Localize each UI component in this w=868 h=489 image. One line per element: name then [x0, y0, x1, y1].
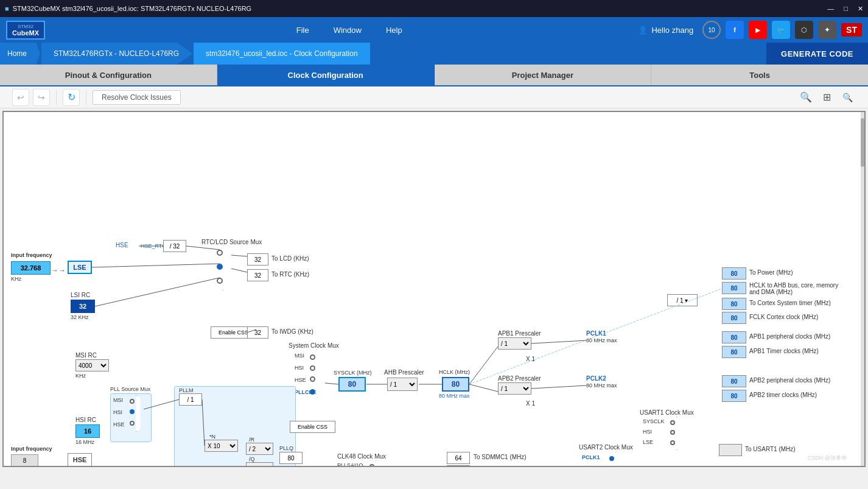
- plln-select[interactable]: X 10: [205, 440, 238, 452]
- cortex-val[interactable]: 80: [722, 298, 746, 310]
- to-rtc-val[interactable]: 32: [247, 269, 268, 281]
- cortex-div-box[interactable]: / 1 ▾: [667, 294, 698, 306]
- apb1-periph-val[interactable]: 80: [722, 331, 746, 343]
- tab-clock[interactable]: Clock Configuration: [217, 65, 435, 85]
- menu-bar: STM32 CubeMX File Window Help 👤 Hello zh…: [0, 17, 868, 43]
- pllq-label-small: /Q: [249, 456, 255, 462]
- to-lcd-label: To LCD (KHz): [271, 255, 309, 262]
- apb2-div-select[interactable]: / 1: [498, 382, 531, 395]
- clk48-r1[interactable]: [369, 464, 374, 466]
- usart1-r3[interactable]: [670, 440, 675, 445]
- title-text: STM32CubeMX stm32l476_ucosii_led.ioc: ST…: [13, 5, 252, 12]
- rtc-mux-radio-1[interactable]: [217, 250, 223, 256]
- zoom-out-button[interactable]: 🔍: [839, 89, 856, 106]
- usart2-sysclk: SYSCLK: [582, 465, 604, 466]
- user-info: 👤 Hello zhang: [638, 26, 693, 35]
- to-iwdg-val[interactable]: 32: [247, 326, 268, 339]
- zoom-in-button[interactable]: 🔍: [797, 89, 814, 106]
- github-icon[interactable]: ⬡: [795, 21, 813, 39]
- twitter-icon[interactable]: 🐦: [772, 21, 790, 39]
- to-lcd-val[interactable]: 32: [247, 253, 268, 266]
- pllq-freq-box[interactable]: 80: [279, 452, 303, 464]
- youtube-icon[interactable]: ▶: [749, 21, 767, 39]
- close-button[interactable]: ✕: [858, 5, 863, 13]
- input-freq2-val[interactable]: 8: [11, 454, 38, 466]
- usart2-r1[interactable]: [609, 456, 614, 461]
- window-menu[interactable]: Window: [334, 26, 362, 35]
- fclk-val[interactable]: 80: [722, 312, 746, 324]
- social-icons: 10 f ▶ 🐦 ⬡ ✦ ST: [702, 21, 862, 39]
- apb2-prescaler-label: APB2 Prescaler: [498, 375, 541, 382]
- tab-project[interactable]: Project Manager: [435, 65, 652, 85]
- redo-button[interactable]: ↪: [33, 89, 50, 106]
- refresh-button[interactable]: ↻: [63, 89, 80, 106]
- hsi-val-box[interactable]: 16: [75, 424, 100, 438]
- usart1-lse: LSE: [643, 439, 653, 445]
- pllq-select[interactable]: / 2: [246, 462, 273, 466]
- apb2-periph-val[interactable]: 80: [722, 375, 746, 387]
- pllm-div-box[interactable]: / 1: [179, 393, 202, 406]
- pll-src-r2[interactable]: [130, 409, 135, 414]
- svg-line-16: [531, 385, 586, 389]
- pllr-select[interactable]: / 2: [246, 443, 273, 455]
- generate-code-button[interactable]: GENERATE CODE: [766, 43, 868, 65]
- st-network-icon[interactable]: ✦: [818, 21, 836, 39]
- hclk-ahb-val[interactable]: 80: [722, 282, 746, 294]
- div32-box[interactable]: / 32: [163, 240, 186, 252]
- usart1-r1[interactable]: [670, 420, 675, 425]
- input-freq-arrows: →→: [51, 266, 66, 275]
- to-usb-val[interactable]: 64: [447, 465, 470, 466]
- ahb-prescaler-label: AHB Prescaler: [384, 369, 424, 376]
- ahb-div-select[interactable]: / 1: [387, 378, 418, 391]
- input-freq-unit: KHz: [11, 276, 21, 282]
- hse-box[interactable]: HSE: [68, 453, 92, 466]
- minimize-button[interactable]: —: [827, 5, 834, 13]
- facebook-icon[interactable]: f: [726, 21, 744, 39]
- hsi-mux-label: HSI: [295, 365, 304, 371]
- st-logo-icon: ST: [841, 23, 862, 37]
- apb1-div-select[interactable]: / 1: [498, 337, 531, 350]
- undo-button[interactable]: ↩: [12, 89, 29, 106]
- rtc-mux-radio-2[interactable]: [217, 264, 223, 270]
- sysclk-mux-r1[interactable]: [310, 354, 315, 360]
- to-sdmmc-val[interactable]: 64: [447, 452, 470, 464]
- sysclk-mux-r3[interactable]: [310, 376, 315, 382]
- sysclk-mux-r2[interactable]: [310, 365, 315, 371]
- sysclk-val-box[interactable]: 80: [338, 377, 366, 392]
- pll-src-r3[interactable]: [130, 421, 135, 426]
- sysclk-mux-r4[interactable]: [310, 389, 315, 395]
- maximize-button[interactable]: □: [844, 5, 848, 13]
- msi-select[interactable]: 4000: [75, 359, 109, 371]
- apb2-timer-val[interactable]: 80: [722, 390, 746, 402]
- input-freq2-label: Input frequency: [11, 446, 52, 452]
- hclk-val-box[interactable]: 80: [442, 377, 469, 392]
- breadcrumb-board[interactable]: STM32L476RGTx - NUCLEO-L476RG: [41, 43, 192, 65]
- zoom-fit-button[interactable]: ⊞: [818, 89, 835, 106]
- enable-css-lower[interactable]: Enable CSS: [290, 421, 335, 433]
- resolve-clock-button[interactable]: Resolve Clock Issues: [93, 90, 181, 105]
- scrollbar-right[interactable]: [861, 112, 864, 466]
- breadcrumb-home[interactable]: Home: [0, 43, 40, 65]
- tab-pinout[interactable]: Pinout & Configuration: [0, 65, 217, 85]
- input-freq-value[interactable]: 32.768: [11, 261, 51, 275]
- badge-icon: 10: [702, 21, 721, 39]
- lse-box[interactable]: LSE: [68, 261, 92, 274]
- breadcrumb-file[interactable]: stm32l476_ucosii_led.ioc - Clock Configu…: [194, 43, 369, 65]
- cortex-label: To Cortex System timer (MHz): [749, 300, 831, 306]
- file-menu[interactable]: File: [296, 26, 309, 35]
- help-menu[interactable]: Help: [386, 26, 402, 35]
- tab-tools[interactable]: Tools: [651, 65, 868, 85]
- clock-diagram[interactable]: Input frequency 32.768 →→ KHz LSE HSE LS…: [4, 112, 864, 466]
- sysclk-label-top: SYSCLK (MHz): [334, 370, 372, 376]
- pll-src-r1[interactable]: [130, 399, 135, 404]
- usart1-r2[interactable]: [670, 430, 675, 435]
- input-freq-label: Input frequency: [11, 252, 52, 258]
- hclk-max-label: 80 MHz max: [439, 393, 470, 399]
- apb2-timer-label: APB2 timer clocks (MHz): [749, 392, 817, 398]
- power-val-box[interactable]: 80: [722, 267, 746, 280]
- rtc-mux-radio-3[interactable]: [217, 278, 223, 284]
- svg-line-13: [469, 347, 498, 384]
- apb1-timer-val[interactable]: 80: [722, 346, 746, 358]
- lsi-val-box[interactable]: 32: [71, 300, 95, 313]
- usart1-val[interactable]: [719, 444, 742, 456]
